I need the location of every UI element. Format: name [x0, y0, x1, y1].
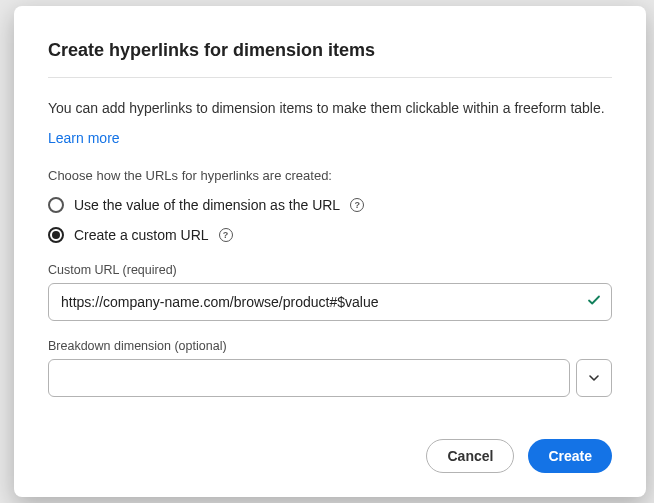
- info-icon[interactable]: ?: [350, 198, 364, 212]
- dialog-description: You can add hyperlinks to dimension item…: [48, 100, 612, 116]
- custom-url-label: Custom URL (required): [48, 263, 612, 277]
- radio-icon: [48, 227, 64, 243]
- learn-more-link[interactable]: Learn more: [48, 130, 612, 146]
- breakdown-dimension-label: Breakdown dimension (optional): [48, 339, 612, 353]
- breakdown-dimension-field: [48, 359, 612, 397]
- create-button[interactable]: Create: [528, 439, 612, 473]
- create-hyperlinks-dialog: Create hyperlinks for dimension items Yo…: [14, 6, 646, 497]
- cancel-button[interactable]: Cancel: [426, 439, 514, 473]
- choose-how-label: Choose how the URLs for hyperlinks are c…: [48, 168, 612, 183]
- info-icon[interactable]: ?: [219, 228, 233, 242]
- dialog-footer: Cancel Create: [48, 421, 612, 473]
- divider: [48, 77, 612, 78]
- url-method-radio-group: Use the value of the dimension as the UR…: [48, 197, 612, 243]
- custom-url-input[interactable]: [48, 283, 612, 321]
- breakdown-dimension-input[interactable]: [48, 359, 570, 397]
- chevron-down-icon: [588, 372, 600, 384]
- breakdown-dimension-dropdown-button[interactable]: [576, 359, 612, 397]
- radio-dot-icon: [52, 231, 60, 239]
- radio-label: Create a custom URL: [74, 227, 209, 243]
- radio-icon: [48, 197, 64, 213]
- dialog-title: Create hyperlinks for dimension items: [48, 40, 612, 61]
- radio-create-custom-url[interactable]: Create a custom URL ?: [48, 227, 612, 243]
- radio-use-dimension-value[interactable]: Use the value of the dimension as the UR…: [48, 197, 612, 213]
- radio-label: Use the value of the dimension as the UR…: [74, 197, 340, 213]
- checkmark-icon: [586, 292, 602, 312]
